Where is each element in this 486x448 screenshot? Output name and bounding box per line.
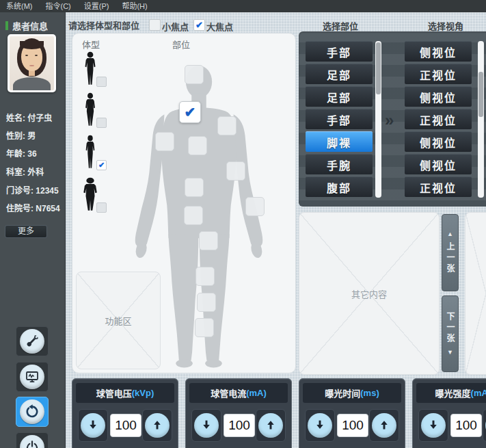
patient-inpatient-field: 住院号: N7654 — [6, 202, 60, 213]
decrease-intensity-button[interactable] — [418, 409, 448, 442]
part-list-item[interactable]: 手部 — [306, 109, 373, 129]
menu-item-help[interactable]: 帮助(H) — [122, 0, 147, 12]
view-list-item[interactable]: 正视位 — [405, 64, 472, 84]
decrease-voltage-button[interactable] — [78, 409, 108, 442]
power-icon — [20, 435, 44, 448]
patient-gender-field: 性别: 男 — [6, 129, 36, 141]
check-icon: ✔ — [185, 105, 196, 119]
menu-item-settings[interactable]: 设置(P) — [84, 0, 109, 12]
previous-image-label: 上一张 — [444, 242, 456, 275]
power-tool-button[interactable] — [16, 432, 49, 448]
unit-label: (ms) — [360, 388, 379, 398]
part-list-item-selected[interactable]: 脚裸 — [306, 131, 373, 152]
body-type-option-slim[interactable]: ✔ — [78, 135, 105, 172]
increase-time-button[interactable] — [369, 409, 399, 442]
body-part-checkbox-shoulder-left[interactable] — [155, 132, 174, 151]
unit-label: (mAs) — [471, 388, 486, 398]
photo-fringe — [20, 41, 44, 49]
other-content-label: 其它内容 — [351, 287, 387, 300]
body-part-checkbox-calf[interactable] — [197, 293, 216, 312]
menu-item-command[interactable]: 指令(C) — [46, 0, 71, 12]
app-window: 系统(M) 指令(C) 设置(P) 帮助(H) 患者信息 姓名: 付子虫 — [0, 0, 486, 448]
body-part-checkbox-abdomen[interactable] — [185, 178, 204, 197]
time-value-input[interactable] — [337, 414, 368, 437]
forward-chevron-icon: » — [385, 111, 394, 130]
increase-intensity-button[interactable] — [483, 409, 486, 442]
next-image-button[interactable]: 下一张 ▼ — [442, 295, 459, 372]
menu-item-system[interactable]: 系统(M) — [6, 0, 33, 12]
body-part-checkbox-sternum[interactable] — [188, 136, 207, 155]
view-list-scrollbar[interactable] — [478, 41, 484, 198]
refresh-icon — [20, 399, 44, 424]
monitor-tool-button[interactable] — [16, 362, 49, 392]
part-list-item[interactable]: 腹部 — [306, 176, 373, 197]
scrollbar-thumb[interactable] — [376, 42, 381, 94]
patient-photo — [8, 34, 56, 92]
check-icon: ✔ — [98, 161, 105, 169]
body-part-checkbox-pelvis[interactable] — [184, 206, 203, 225]
part-list-item[interactable]: 足部 — [306, 86, 373, 107]
body-part-checkbox-chest[interactable]: ✔ — [179, 101, 201, 123]
previous-image-button[interactable]: ▲ 上一张 — [442, 214, 459, 291]
part-list-header: 选择部位 — [299, 19, 382, 32]
reset-tool-button[interactable] — [16, 397, 49, 427]
body-part-checkbox-ankle[interactable] — [195, 318, 214, 337]
patient-photo-image — [10, 36, 54, 90]
patient-sidebar: 患者信息 姓名: 付子虫 性别: 男 年龄: 36 科室: 外科 门诊号: 12… — [0, 12, 66, 448]
body-type-checkbox[interactable] — [96, 77, 107, 87]
view-list-item[interactable]: 正视位 — [405, 109, 472, 129]
part-list-scrollbar[interactable] — [375, 41, 381, 198]
view-list-item[interactable]: 正视位 — [405, 176, 472, 197]
function-area-label: 功能区 — [105, 314, 131, 327]
exposure-intensity-title: 曝光强度(mAs) — [416, 383, 486, 403]
body-part-checkbox-head[interactable] — [185, 65, 204, 84]
arrow-up-icon — [258, 413, 283, 438]
intensity-value-input[interactable] — [450, 414, 482, 437]
large-focus-label: 大焦点 — [206, 20, 233, 33]
patient-outpatient-field: 门诊号: 12345 — [6, 184, 59, 196]
part-list-item[interactable]: 足部 — [306, 64, 373, 84]
patient-info-title: 患者信息 — [12, 19, 48, 32]
tube-voltage-panel: 球管电压(kVp) — [72, 378, 178, 448]
exposure-time-panel: 曝光时间(ms) — [299, 378, 405, 448]
scrollbar-thumb[interactable] — [478, 72, 483, 117]
monitor-waveform-icon — [20, 365, 44, 389]
voltage-value-input[interactable] — [110, 414, 141, 437]
view-list-item[interactable]: 侧视位 — [405, 131, 472, 152]
tube-current-title: 球管电流(mA) — [189, 383, 288, 403]
increase-current-button[interactable] — [256, 409, 286, 442]
patient-info-header: 患者信息 — [5, 19, 48, 32]
body-part-checkbox-wrist[interactable] — [245, 197, 265, 216]
body-type-checkbox[interactable]: ✔ — [96, 160, 107, 170]
accent-bar — [5, 21, 8, 30]
increase-voltage-button[interactable] — [142, 409, 172, 442]
view-list-item[interactable]: 侧视位 — [405, 41, 472, 62]
body-type-option-heavy[interactable] — [78, 177, 105, 214]
body-part-label: 部位 — [172, 38, 190, 51]
current-value-input[interactable] — [224, 414, 255, 437]
decrease-time-button[interactable] — [305, 409, 335, 442]
more-button[interactable]: 更多 — [5, 225, 47, 238]
decrease-current-button[interactable] — [191, 409, 221, 442]
small-focus-checkbox[interactable] — [149, 19, 161, 31]
body-part-checkbox-thigh[interactable] — [199, 231, 218, 250]
body-type-checkbox[interactable] — [96, 118, 107, 128]
large-focus-checkbox[interactable]: ✔ — [193, 19, 205, 31]
wrench-tool-button[interactable] — [16, 326, 49, 356]
body-part-checkbox-knee[interactable] — [195, 267, 215, 286]
view-list-item[interactable]: 侧视位 — [405, 86, 472, 107]
part-list-item[interactable]: 手腕 — [306, 154, 373, 174]
part-list-item[interactable]: 手部 — [306, 41, 373, 62]
exposure-intensity-panel: 曝光强度(mAs) — [412, 378, 486, 448]
patient-dept-field: 科室: 外科 — [6, 166, 44, 177]
arrow-down-icon — [308, 413, 332, 438]
body-type-checkbox[interactable] — [96, 202, 107, 213]
view-list-item[interactable]: 侧视位 — [405, 154, 472, 174]
small-focus-label: 小焦点 — [162, 20, 189, 33]
patient-age-field: 年龄: 36 — [6, 147, 37, 159]
body-part-checkbox-shoulder-right[interactable] — [217, 116, 237, 135]
side-placeholder-panel — [465, 212, 486, 375]
body-type-option-male[interactable] — [78, 51, 105, 88]
body-type-option-female[interactable] — [78, 92, 105, 129]
body-part-checkbox-elbow[interactable] — [226, 161, 245, 181]
